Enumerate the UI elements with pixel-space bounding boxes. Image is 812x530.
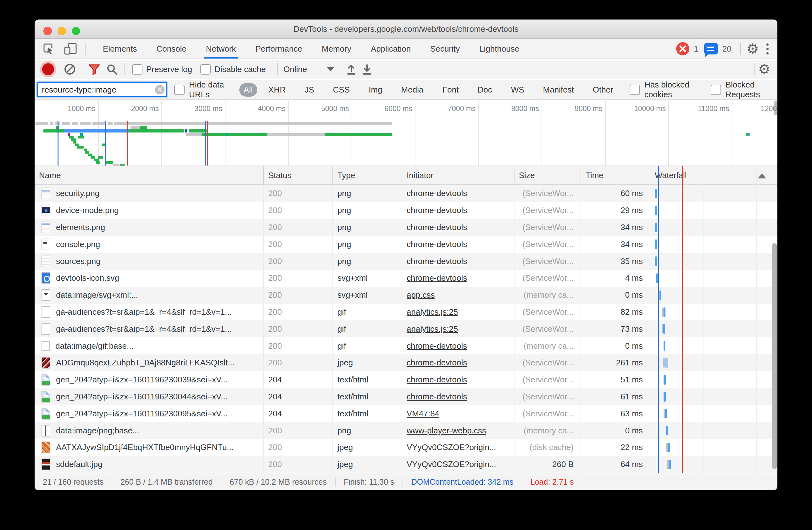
record-network-log-button[interactable]: [42, 63, 54, 75]
clear-filter-icon[interactable]: ✕: [155, 85, 164, 94]
column-header-name[interactable]: Name: [34, 166, 264, 184]
table-row[interactable]: sources.png200pngchrome-devtools(Service…: [34, 253, 778, 270]
network-settings-gear-icon[interactable]: ⚙: [758, 62, 770, 76]
request-type: png: [333, 219, 402, 236]
console-messages-icon[interactable]: [704, 43, 718, 54]
tab-application[interactable]: Application: [361, 39, 420, 58]
table-row[interactable]: elements.png200pngchrome-devtools(Servic…: [34, 219, 778, 236]
table-row[interactable]: device-mode.png200pngchrome-devtools(Ser…: [34, 202, 778, 219]
device-toolbar-icon[interactable]: [59, 39, 82, 58]
waterfall-cell: [650, 185, 778, 202]
timeline-gridline: [415, 101, 416, 166]
filter-icon[interactable]: [86, 60, 103, 79]
import-har-icon[interactable]: [344, 60, 359, 79]
filter-pill-img[interactable]: Img: [364, 83, 387, 97]
initiator-link[interactable]: chrome-devtools: [407, 392, 467, 402]
preserve-log-checkbox[interactable]: [132, 64, 143, 74]
blocked-requests-checkbox[interactable]: [711, 85, 721, 95]
vertical-scrollbar[interactable]: [772, 243, 777, 469]
waterfall-cell: [650, 456, 778, 473]
initiator-link[interactable]: chrome-devtools: [407, 358, 467, 367]
settings-gear-icon[interactable]: ⚙: [746, 42, 759, 56]
initiator-link[interactable]: www-player-webp.css: [407, 426, 486, 436]
status-bar-item[interactable]: DOMContentLoaded: 342 ms: [403, 477, 522, 487]
column-header-size[interactable]: Size: [514, 166, 581, 184]
table-row[interactable]: ADGmqu8qexLZuhphT_0Aj88Ng8riLFKASQIslt..…: [34, 354, 778, 372]
close-window-button[interactable]: [43, 27, 52, 35]
table-row[interactable]: ga-audiences?t=sr&aip=1&_r=4&slf_rd=1&v=…: [34, 320, 778, 337]
filter-pill-ws[interactable]: WS: [507, 83, 528, 97]
initiator-link[interactable]: VM47:84: [407, 409, 439, 419]
zoom-window-button[interactable]: [72, 27, 80, 35]
filter-pill-all[interactable]: All: [239, 83, 257, 97]
filter-pill-xhr[interactable]: XHR: [264, 83, 290, 97]
initiator-link[interactable]: chrome-devtools: [407, 341, 467, 351]
table-row[interactable]: data:image/gif;base...200gifchrome-devto…: [34, 337, 778, 354]
filter-pill-css[interactable]: CSS: [329, 83, 354, 97]
sort-ascending-icon[interactable]: [758, 173, 766, 179]
filter-pill-font[interactable]: Font: [438, 83, 463, 97]
initiator-link[interactable]: chrome-devtools: [407, 273, 467, 283]
filter-pill-manifest[interactable]: Manifest: [539, 83, 578, 97]
waterfall-bar: [655, 206, 657, 215]
column-header-initiator[interactable]: Initiator: [402, 166, 514, 184]
tab-console[interactable]: Console: [147, 39, 196, 58]
table-row[interactable]: devtools-icon.svg200svg+xmlchrome-devtoo…: [34, 270, 778, 287]
table-row[interactable]: gen_204?atyp=i&zx=1601196230039&sei=xV..…: [34, 372, 778, 388]
timeline-tick-label: 3000 ms: [194, 104, 224, 113]
network-overview-timeline[interactable]: 1000 ms2000 ms3000 ms4000 ms5000 ms6000 …: [34, 101, 778, 166]
initiator-link[interactable]: VYyQv0CSZOE?origin...: [407, 460, 496, 469]
initiator-link[interactable]: chrome-devtools: [407, 375, 467, 385]
tab-elements[interactable]: Elements: [93, 39, 147, 58]
tab-security[interactable]: Security: [420, 39, 469, 58]
throttling-select[interactable]: Online: [281, 65, 336, 74]
initiator-link[interactable]: chrome-devtools: [407, 206, 467, 215]
filter-pill-doc[interactable]: Doc: [473, 83, 496, 97]
initiator-link[interactable]: analytics.js:25: [407, 324, 458, 334]
filter-pill-js[interactable]: JS: [300, 83, 318, 97]
table-row[interactable]: gen_204?atyp=i&zx=1601196230095&sei=xV..…: [34, 405, 778, 422]
table-row[interactable]: data:image/svg+xml;...200svg+xmlapp.css(…: [34, 287, 778, 304]
column-header-time[interactable]: Time: [581, 166, 650, 184]
search-icon[interactable]: [103, 60, 121, 79]
tab-performance[interactable]: Performance: [246, 39, 312, 58]
table-row[interactable]: data:image/png;base...200pngwww-player-w…: [34, 422, 778, 439]
more-options-icon[interactable]: [762, 43, 774, 54]
export-har-icon[interactable]: [359, 60, 375, 79]
resource-type-pills: AllXHRJSCSSImgMediaFontDocWSManifestOthe…: [237, 83, 623, 97]
initiator-link[interactable]: chrome-devtools: [407, 223, 467, 232]
tab-lighthouse[interactable]: Lighthouse: [469, 39, 529, 58]
initiator-link[interactable]: VYyQv0CSZOE?origin...: [407, 443, 496, 452]
table-row[interactable]: console.png200pngchrome-devtools(Service…: [34, 236, 778, 253]
table-row[interactable]: sddefault.jpg200jpegVYyQv0CSZOE?origin..…: [34, 456, 778, 473]
status-bar: 21 / 160 requests260 B / 1.4 MB transfer…: [34, 473, 778, 490]
disable-cache-checkbox[interactable]: [200, 64, 211, 74]
filter-pill-media[interactable]: Media: [397, 83, 428, 97]
filter-pill-other[interactable]: Other: [589, 83, 618, 97]
table-row[interactable]: AATXAJywSIpD1jf4EbqHXTfbe0mnyHqGFNTu...2…: [34, 439, 778, 456]
request-type: png: [333, 236, 402, 253]
initiator-link[interactable]: chrome-devtools: [407, 239, 467, 249]
minimize-window-button[interactable]: [58, 27, 66, 35]
status-bar-item[interactable]: Load: 2.71 s: [522, 477, 582, 487]
filter-input[interactable]: [41, 85, 149, 95]
table-row[interactable]: gen_204?atyp=i&zx=1601196230044&sei=xV..…: [34, 388, 778, 405]
column-header-status[interactable]: Status: [264, 166, 333, 184]
column-header-type[interactable]: Type: [333, 166, 402, 184]
clear-network-log-icon[interactable]: [61, 60, 78, 79]
has-blocked-cookies-checkbox[interactable]: [629, 85, 640, 95]
request-status: 200: [264, 422, 333, 439]
column-header-waterfall[interactable]: Waterfall: [650, 166, 778, 184]
tab-memory[interactable]: Memory: [312, 39, 361, 58]
table-row[interactable]: ga-audiences?t=sr&aip=1&_r=4&slf_rd=1&v=…: [34, 304, 778, 321]
initiator-link[interactable]: app.css: [407, 290, 435, 300]
initiator-link[interactable]: chrome-devtools: [407, 256, 467, 266]
hide-data-urls-checkbox[interactable]: [174, 85, 185, 95]
error-count-icon[interactable]: [676, 42, 690, 55]
initiator-link[interactable]: analytics.js:25: [407, 307, 458, 317]
tab-network[interactable]: Network: [196, 39, 246, 58]
inspect-element-icon[interactable]: [38, 39, 59, 58]
request-name: data:image/svg+xml;...: [56, 290, 138, 300]
table-row[interactable]: security.png200pngchrome-devtools(Servic…: [34, 185, 778, 202]
initiator-link[interactable]: chrome-devtools: [407, 189, 467, 198]
